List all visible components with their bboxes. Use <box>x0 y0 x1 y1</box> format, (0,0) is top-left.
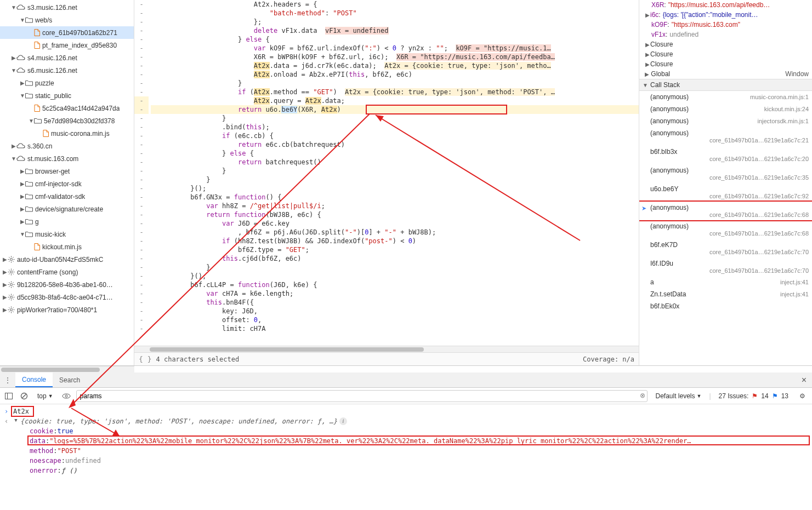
code-line[interactable]: limit: cH7A <box>151 324 639 333</box>
gutter-marker[interactable]: - <box>134 254 149 263</box>
gutter-marker[interactable]: - <box>134 184 149 193</box>
gutter-marker[interactable]: - <box>134 53 149 61</box>
code-line[interactable]: var kO9F = bf6Z.url.indexOf(":") < 0 ? y… <box>151 44 639 53</box>
context-selector[interactable]: top ▼ <box>34 392 56 400</box>
code-line[interactable]: this.cj6d(bf6Z, e6c) <box>151 254 639 263</box>
code-line[interactable]: }(); <box>151 272 639 280</box>
gutter-marker[interactable]: - <box>134 289 149 298</box>
gutter-marker[interactable]: - <box>134 210 149 219</box>
code-line[interactable]: return u6o.be6Y(X6R, At2x) <box>151 105 639 114</box>
tree-item[interactable]: ▶d5cc983b-8fa6-4c8c-ae04-c71… <box>0 291 134 303</box>
gutter-marker[interactable]: - <box>134 175 149 184</box>
gutter-marker[interactable]: - <box>134 131 149 140</box>
scope-closure[interactable]: ▶ Closure <box>639 49 812 59</box>
scope-closure[interactable]: ▶ Closure <box>639 59 812 69</box>
tree-item[interactable]: ▼st.music.163.com <box>0 152 134 165</box>
gutter-marker[interactable]: - <box>134 272 149 280</box>
log-levels-selector[interactable]: Default levels ▼ <box>652 392 705 400</box>
console-body[interactable]: › At2x ‹ ▼ {cookie: true, type: 'json', … <box>0 404 812 510</box>
callstack-frame[interactable]: I6f.ID9ucore_61b497b01a…6219e1a6c7c:70 <box>639 257 812 276</box>
callstack-header[interactable]: ▼ Call Stack <box>639 79 812 91</box>
live-expression-icon[interactable] <box>61 391 72 402</box>
chevron-down-icon[interactable]: ▼ <box>13 417 19 423</box>
info-icon[interactable]: i <box>339 417 347 425</box>
console-object-property[interactable]: method: "POST" <box>4 446 808 456</box>
tree-item[interactable]: ▼s3.music.126.net <box>0 1 134 14</box>
gutter-marker[interactable]: - <box>134 263 149 272</box>
tab-console[interactable]: Console <box>15 373 53 387</box>
callstack-frame[interactable]: (anonymous)core_61b497b01a…6219e1a6c7c:3… <box>639 164 812 183</box>
code-line[interactable]: }; <box>151 18 639 26</box>
gutter-marker[interactable]: - <box>134 316 149 324</box>
gutter-marker[interactable]: - <box>134 280 149 289</box>
code-line[interactable]: X6R = bWP8H(kO9F + bf6Z.url, i6c); X6R =… <box>151 53 639 61</box>
gutter-marker[interactable]: - <box>134 9 149 18</box>
scope-variable[interactable]: vF1x: undefined <box>639 30 812 39</box>
sidebar-toggle-icon[interactable] <box>3 391 14 402</box>
callstack-frame[interactable]: (anonymous)injectorsdk.min.js:1 <box>639 115 812 127</box>
gutter-marker[interactable]: - <box>134 307 149 316</box>
scope-variable[interactable]: ▶i6c: {logs: '[{"action":"mobile_monit… <box>639 10 812 20</box>
code-line[interactable]: } <box>151 79 639 88</box>
console-input-line[interactable]: › At2x <box>4 406 808 416</box>
console-settings-icon[interactable]: ⚙ <box>796 392 809 400</box>
code-line[interactable]: At2x.onload = Ab2x.eP7I(this, bf6Z, e6c) <box>151 70 639 79</box>
tree-item[interactable]: ▶s.360.cn <box>0 140 134 152</box>
callstack-frame[interactable]: Zn.t.setDatainject.js:41 <box>639 288 812 300</box>
tree-item[interactable]: ▶browser-get <box>0 165 134 177</box>
code-line[interactable]: , bf6Z = p6j.A6u(J6D.split("-")[0] + "-"… <box>151 228 639 237</box>
tree-item[interactable]: ▶9b128206-58e8-4b36-abe1-60… <box>0 278 134 291</box>
gutter-marker[interactable]: - <box>134 245 149 254</box>
gutter-marker[interactable]: - <box>134 18 149 26</box>
tree-item[interactable]: music-corona.min.js <box>0 127 134 140</box>
gutter-marker[interactable]: - <box>134 26 149 35</box>
gutter-marker[interactable]: - <box>134 88 149 96</box>
code-panel[interactable]: -------------------------------------- A… <box>134 0 639 365</box>
file-tree[interactable]: ▼s3.music.126.net▼web/score_61b497b01a62… <box>0 0 134 365</box>
code-horizontal-scrollbar[interactable] <box>134 346 639 352</box>
gutter-marker[interactable]: - <box>134 149 149 158</box>
callstack-frame[interactable]: u6o.be6Ycore_61b497b01a…6219e1a6c7c:92 <box>639 183 812 202</box>
tree-item[interactable]: pt_frame_index_d95e830 <box>0 39 134 51</box>
code-line[interactable]: this.bnB4F({ <box>151 298 639 307</box>
code-line[interactable]: if (hh8Z.test(bWJ8B) && J6D.indexOf("pos… <box>151 237 639 245</box>
gutter-marker[interactable]: - <box>134 158 149 167</box>
code-line[interactable]: if (At2x.method == "GET") At2x = {cookie… <box>151 88 639 96</box>
clear-console-icon[interactable] <box>19 391 30 402</box>
code-line[interactable]: "batch-method": "POST" <box>151 9 639 18</box>
console-object-property[interactable]: cookie: true <box>4 426 808 436</box>
drawer-menu-icon[interactable]: ⋮ <box>0 376 15 384</box>
code-line[interactable]: var J6D = e6c.key <box>151 219 639 228</box>
tree-item[interactable]: ▼5e7dd9894cb30d2fd378 <box>0 114 134 127</box>
gutter-marker[interactable]: - <box>134 237 149 245</box>
tree-horizontal-scrollbar[interactable] <box>0 366 134 373</box>
tree-item[interactable]: kickout.min.js <box>0 240 134 253</box>
tree-item[interactable]: ▶s4.music.126.net <box>0 51 134 64</box>
code-line[interactable]: if (e6c.cb) { <box>151 131 639 140</box>
console-object-property[interactable]: data: "logs=%5B%7B%22action%22%3A%22mobi… <box>4 436 808 446</box>
gutter-marker[interactable]: - <box>134 105 149 114</box>
gutter-marker[interactable]: - <box>134 140 149 149</box>
code-line[interactable]: key: J6D, <box>151 307 639 316</box>
code-line[interactable]: } else { <box>151 35 639 44</box>
tree-item[interactable]: ▶pipWorker?ratio=700/480*1 <box>0 303 134 316</box>
scope-closure[interactable]: ▶ Closure <box>639 39 812 49</box>
issues-indicator[interactable]: 27 Issues: ⚑14 ⚑13 <box>716 392 792 400</box>
callstack-frame[interactable]: ➤(anonymous)core_61b497b01a…6219e1a6c7c:… <box>639 202 812 220</box>
gutter-marker[interactable]: - <box>134 219 149 228</box>
scope-global[interactable]: ▶ Global Window <box>639 69 812 79</box>
tree-item[interactable]: ▼music-kick <box>0 228 134 240</box>
tree-item[interactable]: ▶cmf-validator-sdk <box>0 190 134 203</box>
tree-item[interactable]: ▼static_public <box>0 89 134 102</box>
tree-item[interactable]: ▶contentFrame (song) <box>0 266 134 278</box>
tree-item[interactable]: ▶device/signature/create <box>0 203 134 215</box>
callstack-frame[interactable]: (anonymous)core_61b497b01a…6219e1a6c7c:6… <box>639 220 812 239</box>
gutter-marker[interactable]: - <box>134 324 149 333</box>
tree-item[interactable]: ▶g <box>0 215 134 228</box>
code-line[interactable]: b6f.GN3x = function() { <box>151 193 639 202</box>
code-line[interactable]: delete vF1x.data vF1x = undefined <box>151 26 639 35</box>
code-line[interactable]: }(); <box>151 184 639 193</box>
tree-item[interactable]: ▼web/s <box>0 14 134 26</box>
callstack-frame[interactable]: (anonymous)music-corona.min.js:1 <box>639 91 812 103</box>
code-line[interactable]: return batchrequest() <box>151 158 639 167</box>
